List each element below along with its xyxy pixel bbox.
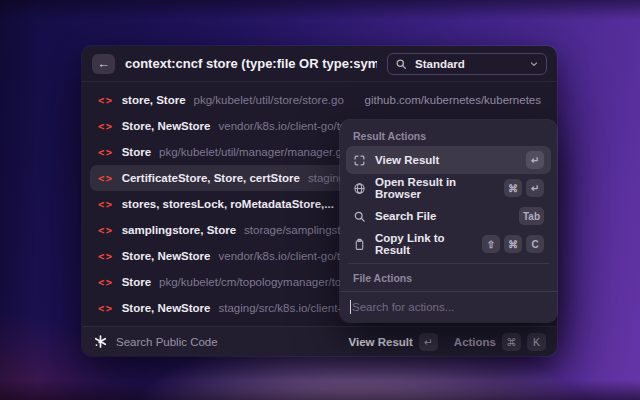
symbol-names: store, Store (122, 94, 186, 106)
view-result-icon (353, 154, 367, 167)
symbol-names: Store (122, 146, 151, 158)
menu-item[interactable]: View Result↵ (346, 146, 551, 174)
key-badge: C (526, 235, 544, 253)
k-key-badge: K (527, 333, 546, 351)
cmd-key-badge: ⌘ (502, 333, 521, 351)
menu-item[interactable]: Copy Link to Result⇧⌘C (346, 230, 551, 258)
menu-item[interactable]: Open Result in Browser⌘↵ (346, 174, 551, 202)
back-arrow-icon: ← (97, 57, 110, 70)
back-button[interactable]: ← (92, 54, 115, 74)
repository-name: github.com/kubernetes/kubernetes (365, 94, 541, 106)
search-icon (395, 58, 409, 70)
actions-button[interactable]: Actions (454, 336, 496, 348)
code-symbol-icon: <> (98, 302, 114, 314)
search-query-input[interactable]: context:cncf store (type:file OR type:sy… (125, 56, 377, 71)
code-symbol-icon: <> (98, 94, 114, 106)
key-badge: ⇧ (482, 235, 500, 253)
text-caret (350, 300, 351, 314)
search-pattern-dropdown[interactable]: Standard (387, 53, 547, 75)
key-badge: ⌘ (504, 179, 522, 197)
code-symbol-icon: <> (98, 146, 114, 158)
search-icon (353, 210, 367, 223)
key-badge: Tab (519, 207, 544, 225)
shortcut-keys: ⇧⌘C (482, 235, 544, 253)
actions-search-bar (340, 291, 557, 322)
symbol-names: Store (122, 276, 151, 288)
clipboard-icon (353, 238, 367, 251)
result-row[interactable]: <>store, Storepkg/kubelet/util/store/sto… (90, 87, 549, 113)
code-symbol-icon: <> (98, 250, 114, 262)
app-label: Search Public Code (116, 336, 218, 348)
symbol-names: Store, NewStore (122, 120, 211, 132)
symbol-names: samplingstore, Store (122, 224, 236, 236)
key-badge: ↵ (526, 151, 544, 169)
symbol-names: CertificateStore, Store, certStore (122, 172, 300, 184)
symbol-names: stores, storesLock, roMetadataStore,... (122, 198, 334, 210)
code-symbol-icon: <> (98, 224, 114, 236)
menu-item-label: View Result (375, 154, 439, 166)
file-path: pkg/kubelet/util/store/store.go (194, 94, 344, 106)
dropdown-selected-value: Standard (415, 58, 465, 70)
view-result-action[interactable]: View Result (348, 336, 412, 348)
file-path: pkg/kubelet/util/manager/manager.go (159, 146, 348, 158)
symbol-names: Store, NewStore (122, 250, 211, 262)
menu-item-label: Open Result in Browser (375, 176, 496, 200)
menu-item-label: Copy Link to Result (375, 232, 474, 256)
code-symbol-icon: <> (98, 172, 114, 184)
code-symbol-icon: <> (98, 120, 114, 132)
shortcut-keys: Tab (519, 207, 544, 225)
menu-section-title: Result Actions (346, 124, 551, 146)
shortcut-keys: ⌘↵ (504, 179, 544, 197)
menu-item-label: Search File (375, 210, 436, 222)
menu-item[interactable]: Search FileTab (346, 202, 551, 230)
symbol-names: Store, NewStore (122, 302, 211, 314)
menu-section-title: File Actions (346, 266, 551, 288)
shortcut-keys: ↵ (526, 151, 544, 169)
key-badge: ↵ (526, 179, 544, 197)
globe-icon (353, 182, 367, 195)
menu-section-divider (348, 263, 549, 264)
actions-menu: Result ActionsView Result↵Open Result in… (340, 120, 557, 322)
sourcegraph-logo-icon (93, 334, 108, 349)
status-bar: Search Public Code View Result ↵ Actions… (82, 326, 557, 356)
actions-menu-list: Result ActionsView Result↵Open Result in… (340, 120, 557, 291)
key-badge: ⌘ (504, 235, 522, 253)
actions-search-input[interactable] (352, 301, 547, 313)
chevron-down-icon (529, 59, 539, 69)
code-symbol-icon: <> (98, 276, 114, 288)
code-symbol-icon: <> (98, 198, 114, 210)
query-bar: ← context:cncf store (type:file OR type:… (82, 46, 557, 82)
return-key-badge: ↵ (419, 333, 438, 351)
